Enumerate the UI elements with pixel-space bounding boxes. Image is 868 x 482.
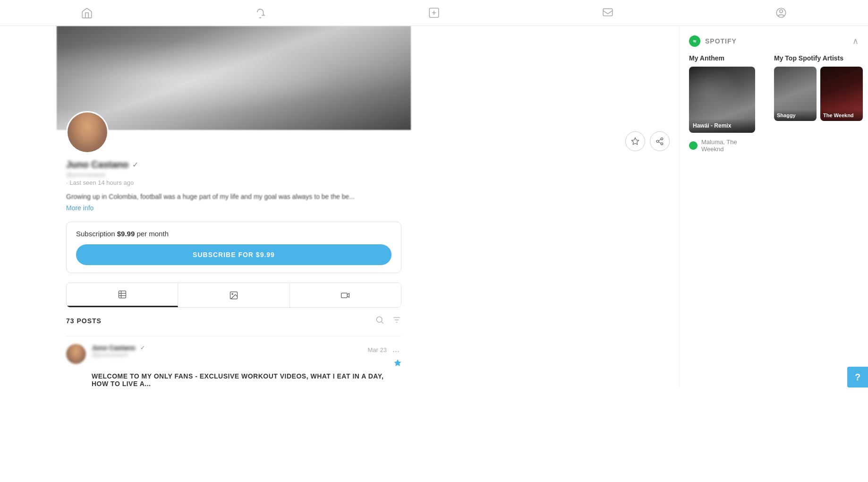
subscribe-button[interactable]: SUBSCRIBE FOR $9.99 <box>76 244 391 265</box>
last-seen: · Last seen 14 hours ago <box>66 179 401 186</box>
main-layout: Juno Castano ✓ @junocastano · Last seen … <box>0 26 868 387</box>
spotify-content: My Anthem Hawái - Remix Maluma, The Week… <box>689 54 859 153</box>
svg-point-15 <box>232 293 233 294</box>
help-button[interactable]: ? <box>847 367 868 387</box>
spotify-mini-logo-icon <box>689 141 698 150</box>
svg-line-18 <box>382 322 383 324</box>
now-playing-text: Maluma, The Weeknd <box>701 138 755 153</box>
subscription-text: Subscription $9.99 per month <box>76 230 391 238</box>
subscription-box: Subscription $9.99 per month SUBSCRIBE F… <box>66 222 401 273</box>
post-author-avatar <box>66 344 86 364</box>
share-button[interactable] <box>650 131 670 151</box>
profile-column: Juno Castano ✓ @junocastano · Last seen … <box>0 26 679 387</box>
top-artists-col: My Top Spotify Artists Shaggy The Weeknd <box>774 54 863 153</box>
anthem-track-label: Hawái - Remix <box>689 119 755 133</box>
spotify-logo-icon <box>689 35 700 47</box>
svg-point-17 <box>376 317 382 322</box>
posts-section: 73 POSTS <box>66 315 401 387</box>
svg-line-9 <box>658 139 661 141</box>
svg-rect-1 <box>603 9 613 16</box>
svg-marker-22 <box>394 360 400 366</box>
post-verified-icon: ✓ <box>140 344 145 351</box>
post-text: WELCOME TO MY ONLY FANS - EXCLUSIVE WORK… <box>92 372 401 387</box>
svg-line-8 <box>658 142 661 143</box>
svg-point-5 <box>661 138 663 140</box>
post-author-name: Juno Castano <box>92 344 136 352</box>
bio-text: Growing up in Colombia, football was a h… <box>66 192 401 202</box>
artist-card-shaggy: Shaggy <box>774 67 817 121</box>
posts-actions <box>375 315 401 327</box>
post-item: Juno Castano ✓ @junocastano Mar 23 ··· <box>66 336 401 387</box>
favorite-button[interactable] <box>625 131 645 151</box>
tab-videos[interactable] <box>290 283 401 307</box>
home-nav-icon[interactable] <box>77 2 97 23</box>
post-header-row: Juno Castano ✓ @junocastano Mar 23 ··· <box>92 344 401 358</box>
create-nav-icon[interactable] <box>424 2 444 23</box>
avatar-area <box>66 111 679 154</box>
notifications-nav-icon[interactable] <box>250 2 271 23</box>
profile-name-row: Juno Castano ✓ <box>66 159 401 170</box>
search-posts-icon[interactable] <box>375 315 384 327</box>
profile-action-buttons <box>625 131 670 151</box>
filter-posts-icon[interactable] <box>392 315 401 327</box>
spotify-title: SPOTIFY <box>705 37 737 45</box>
verified-icon: ✓ <box>132 160 138 169</box>
svg-rect-10 <box>119 291 126 298</box>
post-options-button[interactable]: ··· <box>391 346 401 356</box>
svg-point-7 <box>661 143 663 145</box>
profile-name: Juno Castano <box>66 159 128 170</box>
now-playing: Maluma, The Weeknd <box>689 138 755 153</box>
posts-header: 73 POSTS <box>66 315 401 327</box>
post-date: Mar 23 <box>368 346 387 353</box>
post-author-info: Juno Castano ✓ @junocastano <box>92 344 145 358</box>
top-nav <box>0 0 868 26</box>
post-author-username: @junocastano <box>92 352 145 358</box>
top-artists-title: My Top Spotify Artists <box>774 54 863 62</box>
post-content: Juno Castano ✓ @junocastano Mar 23 ··· <box>92 344 401 387</box>
top-artists-row: Shaggy The Weeknd <box>774 67 863 121</box>
collapse-button[interactable]: ∧ <box>852 36 859 46</box>
messages-nav-icon[interactable] <box>597 2 618 23</box>
posts-count: 73 POSTS <box>66 317 102 325</box>
profile-info: Juno Castano ✓ @junocastano · Last seen … <box>57 154 411 212</box>
spotify-section: SPOTIFY ∧ My Anthem Hawái - Remix Maluma… <box>689 35 859 153</box>
svg-point-3 <box>780 10 783 13</box>
svg-marker-4 <box>632 138 639 145</box>
tab-posts[interactable] <box>67 283 178 307</box>
svg-point-6 <box>656 140 659 143</box>
more-info-link[interactable]: More info <box>66 204 94 212</box>
post-bookmark-icon[interactable] <box>394 359 401 369</box>
artist-shaggy-label: Shaggy <box>774 110 817 121</box>
profile-username: @junocastano <box>66 171 401 178</box>
spotify-header: SPOTIFY ∧ <box>689 35 859 47</box>
right-sidebar: SPOTIFY ∧ My Anthem Hawái - Remix Maluma… <box>679 26 868 387</box>
profile-nav-icon[interactable] <box>771 2 791 23</box>
post-tabs <box>66 283 401 308</box>
avatar <box>66 111 109 154</box>
tab-photos[interactable] <box>178 283 289 307</box>
artist-card-weeknd: The Weeknd <box>820 67 863 121</box>
anthem-card: Hawái - Remix <box>689 67 755 133</box>
svg-rect-16 <box>341 293 348 298</box>
anthem-title: My Anthem <box>689 54 755 62</box>
artist-weeknd-label: The Weeknd <box>820 110 863 121</box>
anthem-col: My Anthem Hawái - Remix Maluma, The Week… <box>689 54 755 153</box>
